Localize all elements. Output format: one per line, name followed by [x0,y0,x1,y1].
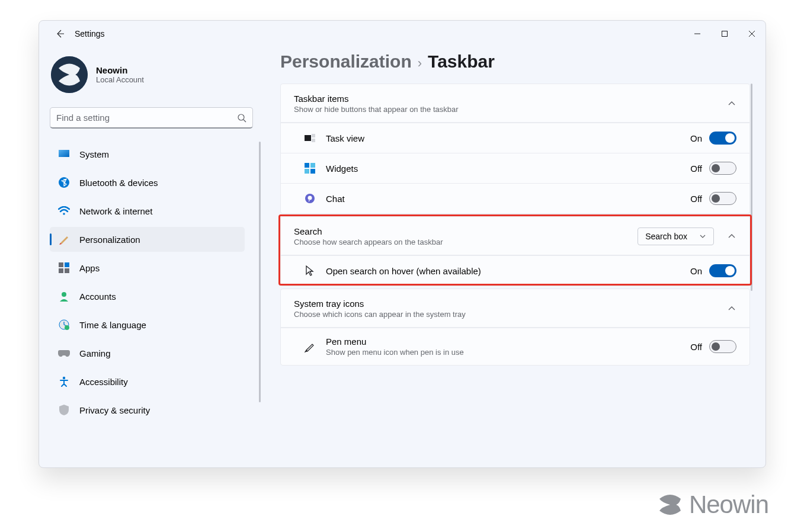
row-widgets: Widgets Off [281,153,749,183]
sidebar-item-system[interactable]: System [50,142,245,166]
svg-rect-8 [59,150,69,157]
svg-rect-12 [65,262,69,267]
sidebar-item-label: Gaming [79,348,111,358]
wifi-icon [58,205,70,217]
neowin-logo-icon [656,491,684,519]
svg-rect-1 [722,31,728,37]
svg-point-17 [65,325,69,330]
maximize-button[interactable] [711,21,738,47]
svg-line-6 [244,120,246,122]
sidebar-item-label: Accounts [79,291,116,302]
section-sub: Show or hide buttons that appear on the … [294,105,717,114]
sidebar-item-apps[interactable]: Apps [50,255,245,280]
cursor-icon [302,265,318,277]
gamepad-icon [58,347,70,359]
svg-rect-21 [312,139,315,142]
sidebar-item-label: Bluetooth & devices [79,178,158,188]
breadcrumb: Personalization › Taskbar [261,50,750,84]
svg-rect-11 [59,262,63,267]
breadcrumb-parent[interactable]: Personalization [280,52,412,72]
row-label: Chat [326,194,690,204]
titlebar: Settings [39,21,765,47]
profile-block[interactable]: Neowin Local Account [50,52,261,104]
content-scrollbar[interactable] [751,84,752,291]
profile-sub: Local Account [96,75,144,84]
content: Personalization › Taskbar Taskbar items … [261,47,765,467]
sidebar-scrollbar[interactable] [259,142,261,402]
card-search: Search Choose how search appears on the … [280,216,750,286]
row-task-view: Task view On [281,123,749,153]
nav: System Bluetooth & devices Network & int… [50,142,261,467]
card-taskbar-items: Taskbar items Show or hide buttons that … [280,84,750,214]
sidebar-item-label: System [79,149,109,159]
sidebar-item-time[interactable]: Time & language [50,312,245,337]
row-search-hover: Open search on hover (when available) On [281,255,749,286]
window-controls [684,21,765,47]
paintbrush-icon [58,233,70,245]
breadcrumb-leaf: Taskbar [428,52,495,72]
sidebar-item-privacy[interactable]: Privacy & security [50,398,245,422]
pen-icon [302,341,318,352]
search-mode-dropdown[interactable]: Search box [638,227,714,245]
chevron-right-icon: › [418,56,422,71]
chevron-down-icon [699,233,706,240]
close-button[interactable] [738,21,765,47]
chevron-up-icon [727,232,736,241]
avatar [51,56,88,93]
sidebar-item-label: Apps [79,263,100,273]
search-box[interactable] [50,107,253,129]
sidebar-item-network[interactable]: Network & internet [50,198,245,223]
bluetooth-icon [58,177,70,188]
section-sub: Choose which icons can appear in the sys… [294,310,717,319]
section-title: Taskbar items [294,94,717,104]
svg-rect-22 [305,163,309,168]
sidebar-item-label: Time & language [79,320,146,330]
settings-window: Settings Neowin Local Account [39,20,766,468]
section-header-taskbar-items[interactable]: Taskbar items Show or hide buttons that … [281,84,749,123]
section-title: Search [294,226,638,236]
sidebar-item-personalization[interactable]: Personalization [50,227,245,252]
section-header-search[interactable]: Search Choose how search appears on the … [281,217,749,255]
card-systray: System tray icons Choose which icons can… [280,289,750,366]
row-pen-menu: Pen menu Show pen menu icon when pen is … [281,328,749,365]
chat-icon [302,193,318,204]
apps-icon [58,262,70,274]
toggle-search-hover[interactable] [709,264,736,277]
svg-rect-25 [310,169,315,174]
svg-point-27 [308,196,312,200]
svg-rect-24 [305,169,309,174]
watermark-text: Neowin [689,491,768,519]
toggle-widgets[interactable] [709,162,736,175]
sidebar-item-gaming[interactable]: Gaming [50,341,245,366]
search-icon [237,113,246,123]
back-button[interactable] [50,24,70,44]
sidebar-item-accounts[interactable]: Accounts [50,284,245,309]
svg-rect-13 [59,268,63,273]
toggle-task-view[interactable] [709,132,736,145]
sidebar-item-label: Personalization [79,235,140,245]
accessibility-icon [58,376,70,387]
toggle-state: On [690,133,702,143]
toggle-pen-menu[interactable] [709,340,736,353]
chevron-up-icon [727,304,736,313]
sidebar-item-label: Privacy & security [79,405,150,415]
accounts-icon [58,290,70,302]
clock-icon [58,319,70,331]
toggle-chat[interactable] [709,192,736,205]
section-header-systray[interactable]: System tray icons Choose which icons can… [281,289,749,328]
system-icon [58,148,70,160]
svg-point-5 [238,114,244,120]
sidebar-item-label: Network & internet [79,206,152,216]
row-chat: Chat Off [281,183,749,213]
task-view-icon [302,134,318,142]
section-title: System tray icons [294,299,717,309]
sidebar-item-accessibility[interactable]: Accessibility [50,369,245,394]
search-input[interactable] [56,113,237,123]
minimize-button[interactable] [684,21,711,47]
profile-name: Neowin [96,65,144,75]
svg-rect-20 [312,134,315,137]
svg-point-10 [63,213,65,215]
row-label: Open search on hover (when available) [326,266,690,276]
svg-point-15 [62,292,66,297]
sidebar-item-bluetooth[interactable]: Bluetooth & devices [50,170,245,195]
